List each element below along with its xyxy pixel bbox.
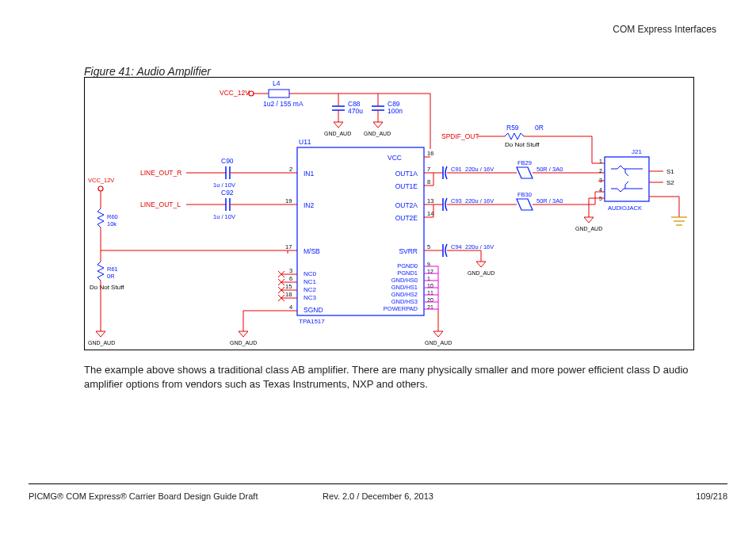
pin-pg1-name: PGND1 [397, 269, 418, 277]
gnd-pgnd-label: GND_AUD [425, 340, 452, 346]
j21-type: AUDIOJACK [608, 204, 642, 212]
pin-out1a-num: 7 [427, 166, 430, 173]
j21-sw1 [625, 169, 628, 176]
c90-body [226, 166, 230, 179]
c94-val: 220u / 16V [465, 243, 494, 250]
spdif-out-label: SPDIF_OUT [441, 132, 479, 140]
c92-val: 1u / 10V [213, 213, 235, 220]
c94-ref: C94 [451, 243, 462, 250]
page-section-header: COM Express Interfaces [613, 24, 716, 35]
pin-nc3-num: 18 [285, 291, 292, 298]
j21-ref: J21 [632, 148, 642, 155]
footer-divider [29, 483, 727, 484]
pin-vcc-num: 16 [427, 150, 433, 157]
pin-pg0-name: PGND0 [397, 262, 418, 269]
c91-ref: C91 [451, 166, 462, 173]
r60-body [97, 208, 104, 227]
gnd-c94-icon [476, 262, 486, 267]
pin-svrr-num: 5 [427, 243, 430, 250]
l4-ref: L4 [273, 79, 281, 87]
pin-nc2-name: NC2 [304, 286, 317, 293]
l4-value: 1u2 / 155 mA [263, 100, 304, 108]
fb29-val: 50R / 3A0 [536, 166, 563, 173]
r59-note: Do Not Stuff [505, 141, 540, 148]
j21-s2: S2 [666, 179, 674, 186]
pin-out2e-name: OUT2E [395, 214, 418, 222]
r59-body [505, 133, 524, 139]
pin-hs3-name: GND/HS3 [391, 298, 418, 305]
r60-val: 10k [107, 220, 116, 227]
j21-body [605, 157, 649, 201]
pin-nc0-num: 3 [289, 267, 292, 274]
wire-sgnd [243, 311, 297, 331]
r60-ref: R60 [107, 213, 118, 220]
pin-hs0-name: GND/HS0 [391, 277, 418, 284]
gnd-left-label: GND_AUD [88, 340, 115, 346]
c93-ref: C93 [451, 197, 462, 204]
pin-sgnd-num: 4 [289, 304, 292, 311]
c92-body [226, 198, 230, 211]
r61-body [97, 262, 104, 281]
j21-ring [611, 189, 643, 192]
vcc12-top-terminal [249, 91, 254, 96]
j21-tip [611, 166, 643, 169]
vcc12-left-terminal [98, 186, 103, 191]
u11-part: TPA1517 [299, 318, 325, 325]
c88-body [332, 106, 345, 110]
pin-nc3-name: NC3 [304, 294, 317, 301]
c89-body [372, 106, 384, 110]
vcc12-left-label: VCC_12V [88, 177, 114, 184]
c90-val: 1u / 10V [213, 182, 235, 189]
pin-svrr-name: SVRR [399, 247, 418, 255]
r59-ref: R59 [506, 124, 519, 132]
c92-ref: C92 [221, 189, 234, 197]
pin-out2a-name: OUT2A [395, 201, 418, 209]
line-out-r-label: LINE_OUT_R [140, 169, 181, 177]
gnd-c88-label: GND_AUD [324, 131, 351, 137]
gnd-c89-icon [373, 122, 383, 128]
gnd-pgnd-icon [433, 331, 443, 337]
gnd-c88-icon [334, 122, 343, 128]
pin-hs1-name: GND/HS1 [391, 284, 418, 291]
line-out-l-label: LINE_OUT_L [140, 201, 181, 208]
schematic-svg: VCC_12V L4 1u2 / 155 mA C88 470u C8 [85, 78, 693, 350]
wire-jack-gnd [649, 197, 679, 217]
r59-val: 0R [535, 124, 544, 132]
pin-nc1-num: 6 [289, 275, 292, 282]
c89-val: 100n [388, 107, 403, 115]
pin-in1-name: IN1 [304, 170, 315, 178]
pin-out2e-num: 14 [427, 210, 433, 217]
gnd-sgnd-label: GND_AUD [230, 340, 257, 346]
earth-icon [671, 217, 687, 225]
pin-msb-num: 17 [285, 243, 292, 250]
pin-out1a-name: OUT1A [395, 170, 418, 178]
wire-jack-gndaud [589, 198, 605, 217]
r61-ref: R61 [107, 266, 118, 273]
figure-description: The example above shows a traditional cl… [84, 363, 693, 391]
j21-sw2 [625, 182, 628, 189]
pin-nc2-num: 15 [285, 283, 292, 290]
pin-out2a-num: 13 [427, 197, 433, 204]
l4-body [269, 90, 289, 97]
j21-pin4: 4 [599, 187, 602, 193]
pin-out1e-name: OUT1E [395, 182, 418, 190]
c93-body [443, 198, 447, 211]
fb30-val: 50R / 3A0 [536, 197, 563, 204]
figure-caption: Figure 41: Audio Amplifier [84, 65, 211, 78]
pin-in2-name: IN2 [304, 201, 315, 209]
j21-pin2: 2 [599, 168, 602, 174]
u11-ref: U11 [299, 138, 311, 146]
j21-pin1: 1 [599, 159, 602, 164]
gnd-c89-label: GND_AUD [364, 131, 391, 137]
footer-right: 109/218 [696, 491, 727, 501]
pin-hs2-name: GND/HS2 [391, 291, 418, 298]
schematic-container: VCC_12V L4 1u2 / 155 mA C88 470u C8 [84, 77, 694, 350]
c90-ref: C90 [221, 157, 234, 165]
pin-vcc-name: VCC [388, 154, 402, 162]
pin-msb-name: M/SB [304, 247, 320, 255]
vcc12-top-label: VCC_12V [220, 89, 250, 97]
fb29-ref: FB29 [517, 159, 532, 166]
gnd-jack-icon [584, 217, 594, 223]
pin-nc0-name: NC0 [304, 270, 317, 277]
gnd-left-icon [96, 331, 105, 337]
